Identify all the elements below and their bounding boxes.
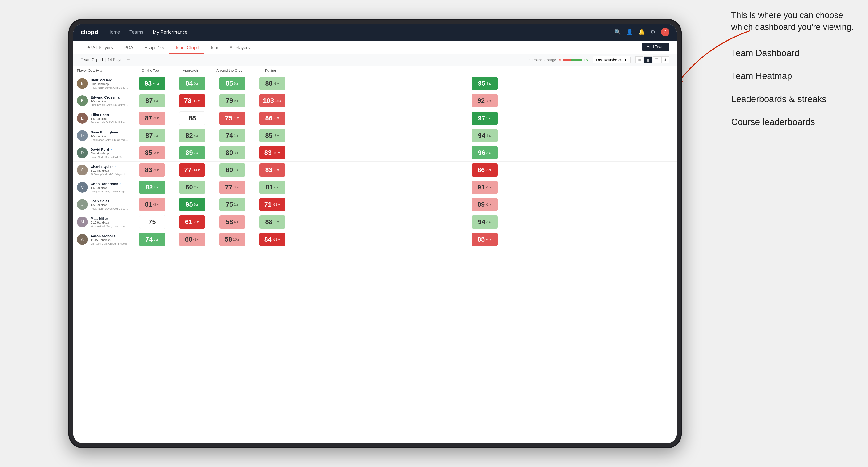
player-club-9: Drift Golf Club, United Kingdom [91,242,127,245]
score-value-4-4: 96 [478,149,486,157]
player-name-9: Aaron Nicholls [91,234,127,238]
player-cell-6[interactable]: C Chris Robertson ✓ 1-5 Handicap Craigmi… [73,179,132,196]
score-change-0-4: 9▲ [486,82,492,85]
score-box-3-1: 82 4▲ [179,129,205,142]
player-cell-2[interactable]: E Elliot Ebert 1-5 Handicap Sunningdale … [73,110,132,127]
score-value-7-2: 75 [226,201,233,208]
sort-arrow-around[interactable]: — [246,69,248,72]
nav-link-home[interactable]: Home [107,29,120,36]
tab-tour[interactable]: Tour [204,42,224,54]
sort-arrow-putting[interactable]: — [277,69,280,72]
player-cell-8[interactable]: M Matt Miller 6-10 Handicap Woburn Golf … [73,213,132,231]
player-cell-5[interactable]: C Charlie Quick ✓ 6-10 Handicap St Georg… [73,161,132,179]
score-box-1-2: 79 9▲ [219,94,245,107]
player-cell-4[interactable]: D David Ford ✓ Plus Handicap Royal North… [73,144,132,161]
score-change-3-3: -3▼ [273,134,280,137]
col-putting: Putting — [252,66,292,75]
color-bar-red [563,59,570,61]
score-cell-1-0: 87 1▲ [132,92,172,110]
view-list-button[interactable]: ☰ [653,56,661,63]
tab-pgat[interactable]: PGAT Players [81,42,118,54]
score-change-2-4: 5▲ [486,116,492,120]
player-cell-1[interactable]: E Edward Crossman 1-5 Handicap Sunningda… [73,92,132,110]
score-change-7-3: -11▼ [273,203,281,206]
tablet-screen: clippd Home Teams My Performance 🔍 👤 🔔 ⚙… [73,24,677,443]
score-change-6-0: 3▲ [154,185,159,189]
edit-icon[interactable]: ✏ [127,58,130,62]
score-box-5-0: 83 -3▼ [139,163,165,177]
sort-arrow-approach[interactable]: — [199,69,202,72]
view-grid-button[interactable]: ⊞ [636,56,644,63]
score-change-1-4: -3▼ [486,99,492,102]
player-cell-7[interactable]: J Josh Coles 1-5 Handicap Royal North De… [73,196,132,213]
team-count: 14 Players [108,58,126,62]
add-team-button[interactable]: Add Team [642,43,670,51]
player-hcap-3: 1-5 Handicap [91,135,128,138]
player-cell-3[interactable]: D Dave Billingham 1-5 Handicap Gog Magog… [73,127,132,144]
view-heatmap-button[interactable]: ▦ [644,56,652,63]
score-cell-1-2: 79 9▲ [212,92,252,110]
score-cell-8-4: 94 3▲ [292,213,677,231]
view-options-button[interactable]: ⬇ [661,56,670,63]
score-cell-7-1: 95 8▲ [172,196,212,213]
tab-allplayers[interactable]: All Players [224,42,255,54]
score-cell-4-1: 89 7▲ [172,144,212,161]
tablet-frame: clippd Home Teams My Performance 🔍 👤 🔔 ⚙… [68,19,682,448]
score-change-5-0: -3▼ [153,168,159,172]
score-change-9-3: -21▼ [273,238,281,241]
table-row: M Matt Miller 6-10 Handicap Woburn Golf … [73,213,677,231]
player-info-5: Charlie Quick ✓ 6-10 Handicap St George'… [91,165,128,176]
player-club-7: Royal North Devon Golf Club, United King… [91,207,128,210]
bell-icon[interactable]: 🔔 [639,29,645,35]
player-hcap-1: 1-5 Handicap [91,100,128,103]
score-change-7-1: 8▲ [194,203,199,206]
player-avatar-3: D [77,130,88,141]
score-cell-3-2: 74 1▲ [212,127,252,144]
score-value-5-1: 77 [184,166,191,174]
score-cell-0-0: 93 +4▲ [132,75,172,92]
score-change-3-2: 1▲ [234,134,239,137]
score-box-9-1: 60 -1▼ [179,233,205,246]
settings-icon[interactable]: ⚙ [651,29,655,35]
sort-arrow-player[interactable]: ▲ [100,69,103,72]
score-value-3-2: 74 [226,132,233,139]
score-change-2-2: -3▼ [233,116,239,120]
score-box-8-2: 58 4▲ [219,215,245,228]
view-buttons: ⊞ ▦ ☰ ⬇ [636,56,670,63]
tab-teamclippd[interactable]: Team Clippd [169,42,204,54]
sort-arrow-offtee[interactable]: — [160,69,163,72]
player-info-4: David Ford ✓ Plus Handicap Royal North D… [91,148,128,158]
nav-bar: clippd Home Teams My Performance 🔍 👤 🔔 ⚙… [73,24,677,40]
score-value-8-0: 75 [148,218,156,226]
score-box-2-0: 87 -3▼ [139,112,165,125]
score-box-9-2: 58 10▲ [219,233,245,246]
score-box-1-1: 73 -11▼ [179,94,205,107]
color-bar [563,59,582,61]
user-avatar[interactable]: C [661,28,670,36]
nav-link-myperformance[interactable]: My Performance [153,29,187,36]
score-cell-9-1: 60 -1▼ [172,231,212,248]
last-rounds-button[interactable]: Last Rounds: 20 ▼ [592,56,631,63]
tab-pga[interactable]: PGA [118,42,139,54]
player-name-3: Dave Billingham [91,130,128,134]
player-cell-9[interactable]: A Aaron Nicholls 11-15 Handicap Drift Go… [73,231,132,248]
table-row: E Edward Crossman 1-5 Handicap Sunningda… [73,92,677,110]
tab-hcaps[interactable]: Hcaps 1-5 [139,42,169,54]
nav-link-teams[interactable]: Teams [129,29,144,36]
score-value-8-2: 58 [226,218,233,226]
col-approach: Approach — [172,66,212,75]
search-icon[interactable]: 🔍 [614,29,621,35]
player-cell-0[interactable]: B Blair McHarg Plus Handicap Royal North… [73,75,132,92]
player-avatar-5: C [77,165,88,176]
score-value-7-0: 81 [145,201,152,208]
table-row: B Blair McHarg Plus Handicap Royal North… [73,75,677,92]
player-hcap-7: 1-5 Handicap [91,204,128,207]
score-value-0-4: 95 [478,80,486,87]
score-cell-2-1: 88 [172,110,212,127]
score-box-5-1: 77 -14▼ [179,163,205,177]
score-box-2-3: 86 -6▼ [259,112,285,125]
score-cell-5-0: 83 -3▼ [132,161,172,179]
person-icon[interactable]: 👤 [626,29,633,35]
score-box-3-3: 85 -3▼ [259,129,285,142]
score-box-8-3: 88 -2▼ [259,215,285,228]
